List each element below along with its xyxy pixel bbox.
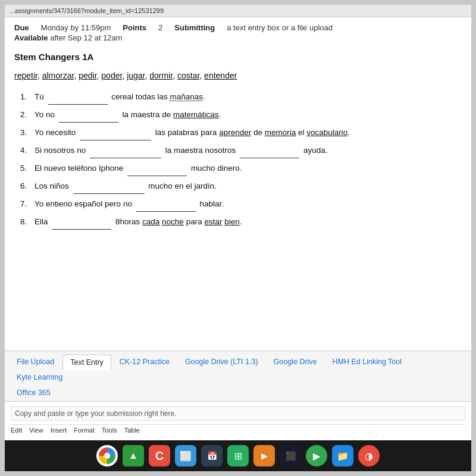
url-text: ...assignments/347/3166?module_item_id=1… [10,7,164,14]
editor-toolbar: Edit View Insert Format Tools Table [11,424,465,436]
meta-row: Due Monday by 11:59pm Points 2 Submittin… [14,23,462,32]
canvas-icon[interactable]: C [149,445,170,466]
question-8: 8. Ella 8horas cada noche para estar bie… [20,215,462,230]
question-7: 7. Yo entieno español pero no hablar. [20,198,462,212]
toolbar-view[interactable]: View [29,427,43,434]
available-row: Available after Sep 12 at 12am [14,33,462,42]
toolbar-table[interactable]: Table [124,427,140,434]
tabs-row-1: File Upload Text Entry CK-12 Practice Go… [5,351,471,386]
word-almorzar: almorzar [42,71,74,80]
chrome-icon[interactable] [96,445,118,466]
question-6: 6. Los niños mucho en el jardín. [20,180,462,194]
tab-text-entry[interactable]: Text Entry [62,355,111,371]
word-pedir: pedir [79,71,96,80]
available-value: after Sep 12 at 12am [50,33,122,42]
taskbar: ▲ C ⬜ 📅 ⊞ ▶ ⬛ ▶ 📁 ◑ [5,440,471,471]
due-value: Monday by 11:59pm [41,23,111,32]
text-entry-area: Copy and paste or type your submission r… [5,401,471,440]
question-1: 1. Tú cereal todas las mañanas. [20,90,462,105]
word-poder: poder [101,71,122,80]
tab-kyte[interactable]: Kyte Learning [10,370,70,386]
points-label: Points [123,23,146,32]
play-store-icon[interactable]: ▶ [306,445,327,466]
question-5: 5. El nuevo teléfono Iphone mucho dinero… [20,162,462,176]
question-3: 3. Yo necesito las palabras para aprende… [20,126,462,140]
word-list: repetir, almorzar, pedir, poder, jugar, … [14,69,462,82]
tab-ck12[interactable]: CK-12 Practice [112,355,177,370]
calendar-icon[interactable]: 📅 [201,445,223,466]
tabs-row-2: Office 365 [5,386,471,401]
word-entender: entender [204,71,237,80]
tab-hmh[interactable]: HMH Ed Linking Tool [325,355,409,370]
due-label: Due [14,23,29,32]
submitting-label: Submitting [174,23,215,32]
questions-list: 1. Tú cereal todas las mañanas. 2. Yo no… [20,90,462,230]
points-value: 2 [158,23,162,32]
toolbar-insert[interactable]: Insert [51,427,67,434]
tab-google-drive-lti[interactable]: Google Drive (LTI 1.3) [178,355,265,370]
text-entry-hint: Copy and paste or type your submission r… [11,406,465,421]
drive-files-icon[interactable]: ▲ [123,445,144,466]
slides-icon[interactable]: ▶ [253,445,275,466]
assignment-title: Stem Changers 1A [14,52,462,62]
word-jugar: jugar [127,71,145,80]
sheets-icon[interactable]: ⊞ [227,445,249,466]
page-content: Due Monday by 11:59pm Points 2 Submittin… [5,17,471,350]
files-icon[interactable]: 📁 [332,445,353,466]
chrome-app-icon[interactable]: ◑ [358,445,380,466]
toolbar-edit[interactable]: Edit [11,427,22,434]
screen: ...assignments/347/3166?module_item_id=1… [0,0,476,476]
url-bar: ...assignments/347/3166?module_item_id=1… [5,5,471,17]
extensions-icon[interactable]: ⬜ [175,445,196,466]
submitting-value: a text entry box or a file upload [227,23,333,32]
question-2: 2. Yo no la maestra de matemáticas. [20,108,462,123]
word-costar: costar [177,71,199,80]
available-label: Available [14,33,48,42]
tabs-section: File Upload Text Entry CK-12 Practice Go… [5,350,471,401]
tab-file-upload[interactable]: File Upload [10,355,61,370]
settings-icon[interactable]: ⬛ [280,445,301,466]
word-repetir: repetir [14,71,37,80]
word-dormir: dormir [149,71,173,80]
browser-window: ...assignments/347/3166?module_item_id=1… [5,5,471,440]
toolbar-format[interactable]: Format [74,427,95,434]
question-4: 4. Si nosotros no la maestra nosotros ay… [20,144,462,158]
toolbar-tools[interactable]: Tools [102,427,117,434]
tab-office365[interactable]: Office 365 [10,386,58,401]
tab-google-drive[interactable]: Google Drive [267,355,324,370]
